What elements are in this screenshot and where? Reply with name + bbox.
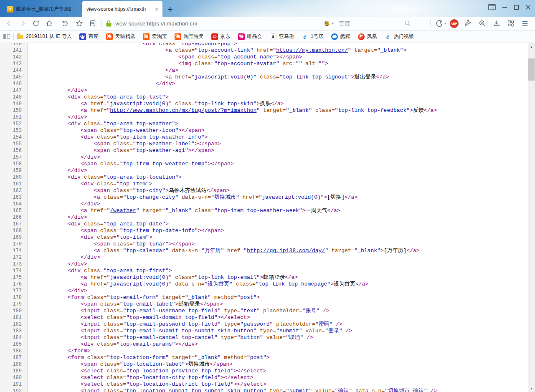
abp-badge: ABP (450, 19, 459, 28)
adblock-abp-icon[interactable]: ABP (447, 19, 461, 28)
search-box[interactable]: ▾ (323, 20, 428, 28)
minimize-icon[interactable] (502, 5, 507, 10)
bookmark-folder-ie-import[interactable]: 20191101 从 IE 导入 (17, 33, 72, 40)
source-line: 154 <div class="top-item top-weather-inf… (0, 134, 535, 141)
line-number: 191 (0, 381, 25, 388)
new-tab-button[interactable]: + (167, 5, 173, 14)
line-number: 159 (0, 167, 25, 174)
baidu-favicon-icon (79, 33, 86, 40)
close-tab-icon[interactable]: × (74, 6, 79, 12)
download-icon[interactable] (490, 19, 503, 28)
bookmark-item[interactable]: 携程 (331, 33, 350, 40)
line-number: 158 (0, 161, 25, 167)
line-number: 162 (0, 187, 25, 194)
bookmark-item[interactable]: e热门视频 (385, 33, 414, 40)
line-number: 146 (0, 81, 25, 87)
maximize-icon[interactable] (514, 5, 519, 10)
scroll-down-arrow-icon[interactable]: ▼ (528, 385, 535, 392)
source-link[interactable]: http://www.maxthon.cn/mx/bug/post/?m=ima… (110, 107, 256, 114)
line-content: </div> (25, 254, 100, 261)
home-button[interactable] (43, 19, 56, 28)
bookmark-item[interactable]: e1号店 (302, 33, 324, 40)
line-content: <span class="top-weather-aqi"></span> (25, 147, 214, 154)
url-text[interactable]: view-source:https://i.maxthon.cn/ (115, 20, 198, 27)
notes-button[interactable] (86, 19, 99, 28)
line-number: 186 (0, 348, 25, 354)
bookmark-item[interactable]: 百度 (79, 33, 99, 40)
search-magnifier-icon[interactable] (401, 20, 414, 27)
bookmark-item[interactable]: JD京东 (211, 33, 231, 40)
line-number: 185 (0, 341, 25, 348)
line-content: <a href="javascript:void(0)" class="top-… (25, 74, 389, 81)
source-line: 192 <input class="top-location-submit to… (0, 388, 535, 392)
tao-favicon-icon: 淘 (143, 33, 150, 40)
source-line: 159 </div> (0, 167, 535, 174)
undo-dropdown-caret-icon[interactable]: ▾ (66, 21, 68, 25)
search-engine-bee-icon[interactable] (323, 20, 331, 28)
line-number: 160 (0, 174, 25, 181)
scroll-up-arrow-icon[interactable]: ▲ (528, 43, 535, 50)
resource-sniffer-icon[interactable] (476, 19, 489, 28)
main-menu-icon[interactable] (518, 19, 532, 28)
favorites-sidebar-toggle-icon[interactable] (3, 34, 10, 39)
line-content: <div class="top-area top-weather"> (25, 121, 178, 127)
scrollbar-thumb[interactable] (528, 58, 535, 81)
tab-view-source[interactable]: view-source:https://i.maxth × (82, 1, 162, 17)
source-line: 166 </div> (0, 214, 535, 221)
bookmark-item[interactable]: 凤凰 (358, 33, 377, 40)
vertical-scrollbar[interactable]: ▲ ▼ (528, 43, 535, 392)
source-line: 169 <div class="top-item"> (0, 234, 535, 241)
line-content: </form> (25, 348, 90, 354)
line-content: <span class="top-location-label">切换城市</s… (25, 361, 233, 368)
line-content: <input class="top-email-submit top-submi… (25, 328, 352, 334)
undo-button[interactable]: ▾ (56, 19, 73, 28)
forward-button[interactable] (16, 19, 29, 28)
source-line: 186 </form> (0, 348, 535, 354)
close-tab-icon[interactable]: × (154, 6, 159, 12)
favorites-star-button[interactable] (73, 19, 86, 28)
source-line: 141 <a class="top-account-link" href="ht… (0, 47, 535, 54)
bookmark-label: 凤凰 (367, 33, 377, 40)
back-button[interactable] (3, 19, 16, 28)
bookmarks-bar: 20191101 从 IE 导入 百度淘天猫精选淘爱淘宝淘淘宝特卖JD京东特唯品… (0, 30, 535, 43)
source-line: 190 <select class="top-location-city top… (0, 374, 535, 381)
source-line: 157 </div> (0, 154, 535, 161)
source-link[interactable]: https://my.maxthon.cn/ (276, 47, 348, 53)
line-content: <span class="top-lunar"></span> (25, 241, 195, 248)
line-number: 141 (0, 47, 25, 54)
tab-maxthon-today[interactable]: * 傲游今日_傲游用户专属的网 × (3, 1, 82, 17)
line-number: 143 (0, 61, 25, 67)
amazon-favicon-icon: a (270, 33, 276, 40)
bookmark-item[interactable]: 淘天猫精选 (106, 33, 135, 40)
source-line: 155 <span class="top-weather-label"></sp… (0, 141, 535, 147)
tab-title: view-source:https://i.maxth (86, 6, 152, 12)
line-content: <div class="top-item"> (25, 234, 152, 241)
e-favicon-icon: e (385, 33, 391, 40)
line-number: 192 (0, 388, 25, 392)
refresh-button[interactable] (29, 19, 43, 28)
address-bar[interactable]: view-source:https://i.maxthon.cn/ (104, 20, 323, 27)
line-number: 140 (0, 43, 25, 47)
tools-wrench-icon[interactable] (461, 19, 475, 28)
source-link[interactable]: /weather (110, 207, 136, 214)
toolbar-divider (430, 20, 431, 27)
split-view-icon[interactable] (504, 19, 517, 28)
line-content: <a class="top-account-link" href="https:… (25, 47, 406, 54)
search-engine-caret-icon[interactable]: ▾ (332, 21, 334, 25)
source-link[interactable]: http://qq.ip138.com/day/ (247, 248, 325, 254)
layout-panels-icon[interactable] (488, 4, 496, 10)
line-number: 151 (0, 114, 25, 121)
bookmark-item[interactable]: 淘爱淘宝 (143, 33, 167, 40)
line-content: <div class="top-area top-date"> (25, 221, 169, 228)
search-input[interactable] (338, 20, 401, 27)
bookmarks-divider (13, 33, 14, 40)
night-mode-caret-icon[interactable]: ▾ (444, 21, 446, 25)
bookmark-item[interactable]: 特唯品会 (238, 33, 262, 40)
source-line: 171 <a class="top-calendar" data-s-n="万年… (0, 248, 535, 254)
close-window-icon[interactable] (525, 5, 531, 10)
browser-window: * 傲游今日_傲游用户专属的网 × view-source:https://i.… (0, 0, 535, 392)
bookmark-item[interactable]: a亚马逊 (270, 33, 294, 40)
line-content: <div class="top-area top-last"> (25, 94, 169, 101)
bookmark-item[interactable]: 淘淘宝特卖 (175, 33, 204, 40)
line-content: <select class="top-location-province top… (25, 368, 266, 374)
